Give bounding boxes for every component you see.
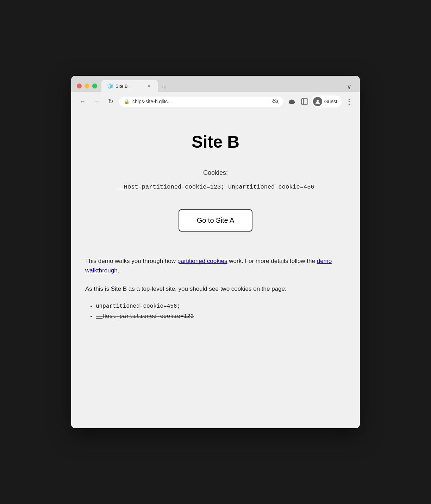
go-to-site-button[interactable]: Go to Site A [179, 209, 253, 232]
cookies-label: Cookies: [85, 169, 346, 177]
maximize-window-button[interactable] [92, 84, 97, 88]
list-item: __Host-partitioned-cookie=123 [96, 312, 346, 321]
sidebar-button[interactable] [299, 96, 310, 107]
cookies-section: Cookies: __Host-partitioned-cookie=123; … [85, 169, 346, 202]
reload-button[interactable]: ↻ [105, 96, 116, 107]
extensions-button[interactable] [286, 96, 298, 107]
tab-dropdown-button[interactable]: ∨ [344, 81, 354, 92]
active-tab[interactable]: 🧊 Site B × [101, 80, 158, 92]
new-tab-button[interactable]: + [159, 82, 169, 92]
nav-bar: ← → ↻ 🔒 chips-site-b.glitc... [71, 92, 360, 111]
window-controls [77, 84, 97, 88]
tab-title: Site B [115, 84, 143, 89]
browser-window: 🧊 Site B × + ∨ ← → ↻ 🔒 chips-site-b.glit… [71, 76, 360, 428]
close-window-button[interactable] [77, 84, 82, 88]
profile-button[interactable]: Guest [312, 96, 342, 107]
title-bar: 🧊 Site B × + ∨ [71, 76, 360, 92]
tab-close-button[interactable]: × [146, 83, 152, 89]
profile-label: Guest [324, 99, 337, 104]
description-para-1: This demo walks you through how partitio… [85, 256, 346, 275]
description-text-3: . [118, 267, 119, 274]
more-button[interactable]: ⋮ [343, 96, 354, 107]
page-content: Site B Cookies: __Host-partitioned-cooki… [71, 111, 360, 428]
profile-icon [313, 97, 322, 106]
back-button[interactable]: ← [77, 96, 88, 107]
lock-icon: 🔒 [124, 99, 130, 104]
address-text: chips-site-b.glitc... [132, 99, 269, 104]
tab-bar: 🧊 Site B × + ∨ [101, 80, 354, 92]
bullet-list: unpartitioned-cookie=456; __Host-partiti… [85, 302, 346, 321]
nav-actions: Guest ⋮ [286, 96, 354, 107]
list-item: unpartitioned-cookie=456; [96, 302, 346, 311]
description-para-2: As this is Site B as a top-level site, y… [85, 284, 346, 294]
description-text-1: This demo walks you through how [85, 258, 177, 264]
description-section: This demo walks you through how partitio… [85, 256, 346, 321]
description-text-2: work. For more details follow the [227, 258, 317, 264]
svg-rect-0 [301, 99, 308, 104]
partitioned-cookies-link[interactable]: partitioned cookies [177, 258, 227, 264]
eye-off-icon [272, 99, 279, 105]
page-title: Site B [85, 132, 346, 152]
forward-button[interactable]: → [91, 96, 102, 107]
tab-favicon-icon: 🧊 [107, 83, 113, 89]
cookie-value: __Host-partitioned-cookie=123; unpartiti… [117, 182, 314, 192]
address-bar[interactable]: 🔒 chips-site-b.glitc... [119, 97, 283, 107]
minimize-window-button[interactable] [85, 84, 89, 88]
